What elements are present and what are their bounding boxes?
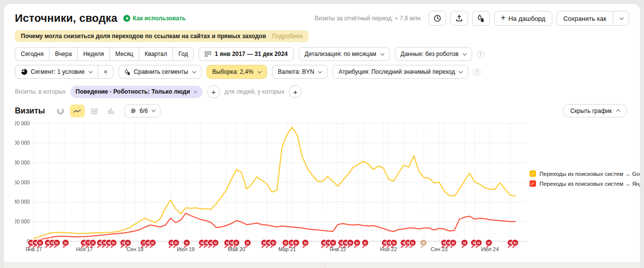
help-icon[interactable]: ? [473,68,481,76]
chevron-down-icon [318,69,322,73]
annotations-dropdown[interactable]: 6/6 [124,105,161,117]
period-tab-quarter[interactable]: Квартал [139,47,172,61]
svg-text:Н: Н [478,241,480,245]
annotation-marker[interactable]: Н [409,239,416,248]
add-to-dashboard-button[interactable]: + На дашборд [494,11,552,26]
svg-text:Н: Н [487,241,490,245]
plus-icon: + [501,14,505,22]
legend-label: Переходы из поисковых систем → Яндекс [539,181,640,187]
annotation-marker[interactable]: Н [420,239,427,248]
annotation-marker[interactable]: Н [512,239,519,248]
legend-item-google[interactable]: ✓ Переходы из поисковых систем → Google [530,170,640,177]
notice-banner: Почему могла снизиться доля переходов по… [15,30,309,42]
period-tab-today[interactable]: Сегодня [15,47,49,61]
currency-dropdown[interactable]: Валюта: BYN [272,65,328,79]
header-actions: Визиты за отчётный период: ≈ 7,6 млн [315,11,629,26]
chevron-down-icon [192,69,196,73]
annotation-marker[interactable]: Н [302,239,309,248]
clock-icon [433,14,441,22]
header: Источники, сводка Как использовать Визит… [15,11,629,26]
svg-text:Н: Н [272,241,274,245]
annotation-marker[interactable]: Н [62,239,69,248]
segment-chip[interactable]: Поведение · Роботность: Только люди × [70,86,203,98]
svg-text:Н: Н [393,241,395,245]
chevron-down-icon [462,51,466,55]
annotation-marker[interactable]: Н [110,239,117,248]
chip-close-icon[interactable]: × [194,88,198,96]
annotations-count: 6/6 [140,107,148,114]
annotation-marker[interactable]: Н [293,239,300,248]
annotation-marker[interactable]: Н [347,239,354,248]
speech-bubble-icon [130,107,137,114]
svg-text:Н: Н [55,241,58,245]
chart-type-pie-button[interactable] [53,105,68,117]
svg-text:Н: Н [356,241,358,245]
add-people-condition-button[interactable]: + [289,85,302,98]
svg-text:Н: Н [452,241,454,245]
how-to-use-link[interactable]: Как использовать [123,15,186,22]
annotation-marker[interactable]: Н [244,239,251,248]
history-button[interactable] [429,11,446,26]
period-tab-year[interactable]: Год [172,47,194,61]
chart-type-columns-button[interactable] [104,105,118,117]
date-range-button[interactable]: 1 янв 2017 — 31 дек 2024 [199,47,293,61]
chevron-down-icon [620,15,624,19]
segment-dropdown[interactable]: Сегмент: 1 условие [15,65,98,79]
save-as-split-button: Сохранить как [556,11,629,26]
svg-text:Н: Н [235,241,237,245]
period-tab-yesterday[interactable]: Вчера [49,47,77,61]
annotation-marker[interactable]: Н [54,239,60,248]
svg-text:Н: Н [514,241,516,245]
chevron-down-icon [152,108,156,112]
donut-chart-icon [56,107,64,115]
annotation-marker[interactable]: Н [461,239,468,248]
help-icon[interactable]: ? [477,51,484,58]
segment-group: Сегмент: 1 условие × [15,65,113,79]
page-title: Источники, сводка [15,12,117,25]
legend-check[interactable]: ✓ [530,180,536,187]
legend-item-yandex[interactable]: ✓ Переходы из поисковых систем → Яндекс [530,180,640,187]
annotation-marker[interactable]: Н [354,239,361,248]
segment-builder-row: Визиты, в которых Поведение · Роботность… [15,85,629,98]
annotation-marker[interactable]: Н [270,239,277,248]
annotation-marker[interactable]: Н [362,239,369,248]
period-tab-week[interactable]: Неделя [77,47,109,61]
save-as-menu-button[interactable] [613,11,629,26]
segment-clear-button[interactable]: × [98,65,113,79]
legend-check[interactable]: ✓ [530,170,536,177]
period-tabs: Сегодня Вчера Неделя Месяц Квартал Год [15,47,194,61]
annotation-marker[interactable]: Н [149,239,156,248]
compare-segments-icon [477,14,485,22]
chart-type-line-button[interactable] [70,105,85,117]
chevron-up-icon [616,109,620,113]
svg-text:Июл 19: Июл 19 [177,246,195,252]
svg-text:Н: Н [175,241,177,245]
compare-button[interactable] [472,11,490,26]
svg-text:80 000: 80 000 [15,160,30,165]
chart-type-stacked-button[interactable] [87,105,102,117]
period-tab-month[interactable]: Месяц [109,47,139,61]
annotation-marker[interactable]: Н [450,239,457,248]
svg-text:Н: Н [92,241,94,245]
annotation-marker[interactable]: Н [89,239,96,248]
date-range-label: 1 янв 2017 — 31 дек 2024 [215,51,287,57]
save-as-button[interactable]: Сохранить как [556,11,613,26]
export-button[interactable] [450,11,468,26]
hide-chart-button[interactable]: Скрыть график [563,104,627,117]
svg-text:Н: Н [246,241,249,245]
svg-text:Н: Н [422,241,425,245]
data-mode-dropdown[interactable]: Данные: без роботов [395,47,472,61]
add-visit-condition-button[interactable]: + [207,85,220,98]
chevron-down-icon [257,69,261,73]
svg-text:Г: Г [143,241,145,245]
annotation-marker[interactable]: Н [212,239,219,248]
attribution-dropdown[interactable]: Атрибуция: Последний значимый переход [332,65,468,79]
visits-chart[interactable]: 020 00040 00060 00080 000100 000120 000Я… [15,119,533,256]
sample-dropdown[interactable]: Выборка: 2,4% [207,65,267,79]
notice-more-link[interactable]: Подробнее [272,33,303,40]
detail-dropdown[interactable]: Детализация: по месяцам [299,47,390,61]
chart-controls: Визиты 6/6 [15,104,629,117]
segment-pie-icon [21,68,28,75]
compare-segments-dropdown[interactable]: Сравнить сегменты [118,65,202,79]
svg-text:Н: Н [185,241,188,245]
